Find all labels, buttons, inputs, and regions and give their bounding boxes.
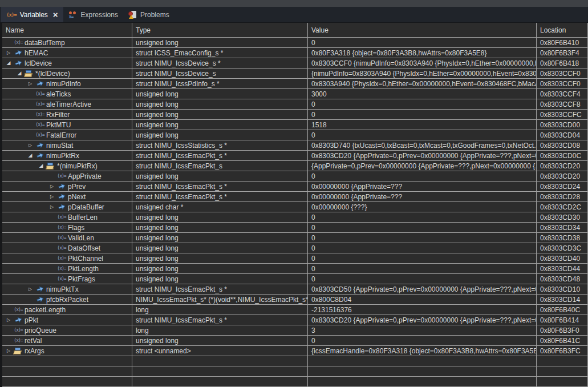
variable-row[interactable]: ▷ rxArgs struct <unnamed> {icssEmacHandl… [2,346,588,356]
variable-name-cell[interactable]: ▷ pNext [2,192,132,201]
variable-row[interactable]: ▷ pNext struct NIMU_IcssEmacPkt_s * 0x00… [2,192,588,202]
variable-name-cell[interactable] [2,366,132,376]
variable-row[interactable]: (x)= packetLength long -2131516376 0x80F… [2,305,588,315]
tab-problems[interactable]: Problems [123,7,175,22]
variable-value[interactable]: 0 [308,99,537,109]
variable-value[interactable]: 0 [308,336,537,345]
variable-name-cell[interactable]: ◢ lclDevice [2,58,132,68]
variable-value[interactable]: {icssEmacHandle=0x80F3A318 {object=0x80F… [308,346,537,356]
variable-row[interactable]: ◢ *(nimuPktRx) struct NIMU_IcssEmacPkt_s… [2,161,588,171]
variable-row[interactable]: (x)= RxFilter unsigned long 0 0x8303CCFC [2,110,588,120]
variable-value[interactable]: 0x800C8D04 [308,295,537,304]
variable-value[interactable]: 0 [308,264,537,273]
tree-expander-icon[interactable]: ◢ [26,153,35,158]
variable-value[interactable]: 0 [308,243,537,253]
variable-name-cell[interactable]: (x)= aleTimerActive [2,99,132,109]
variable-value[interactable]: 1518 [308,120,537,130]
empty-row[interactable] [2,366,588,377]
variable-value[interactable]: {AppPrivate=0,pPrev=0x00000000 {AppPriva… [308,161,537,171]
variable-row[interactable]: (x)= PktLength unsigned long 0 0x8303CD4… [2,264,588,274]
variable-row[interactable]: (x)= PktChannel unsigned long 0 0x8303CD… [2,253,588,264]
variable-value[interactable]: 0x8303A940 {PhysIdx=0,hEther=0x00000000,… [308,79,537,88]
variable-row[interactable]: (x)= aleTicks unsigned long 3000 0x8303C… [2,89,588,99]
variable-row[interactable]: ▷ nimuPdInfo struct NIMU_IcssPdInfo_s * … [2,79,588,89]
variable-row[interactable]: ◢ lclDevice struct NIMU_IcssDevice_s * 0… [2,58,588,68]
variable-row[interactable]: (x)= PktMTU unsigned long 1518 0x8303CD0… [2,120,588,130]
variable-value[interactable]: 0 [308,233,537,243]
tree-expander-icon[interactable]: ▷ [47,184,56,189]
variable-value[interactable]: -2131516376 [308,305,537,315]
variable-row[interactable]: pfcbRxPacket NIMU_IcssEmacPkt_s* (*)(voi… [2,295,588,305]
variable-value[interactable]: 0x8303CD20 {AppPrivate=0,pPrev=0x0000000… [308,315,537,325]
tree-expander-icon[interactable]: ◢ [4,61,13,66]
variable-name-cell[interactable]: (x)= PktChannel [2,253,132,263]
tab-variables[interactable]: (x)= Variables × [1,7,63,22]
variable-value[interactable] [308,356,537,366]
variable-value[interactable]: 0 [308,110,537,119]
empty-row[interactable] [2,356,588,366]
empty-row[interactable] [2,377,588,387]
variable-value[interactable]: 0x8303CCF0 {nimuPdInfo=0x8303A940 {PhysI… [308,58,537,68]
variable-value[interactable]: 0x00000000 {???} [308,202,537,212]
close-tab-icon[interactable]: × [53,10,58,19]
variable-value[interactable]: 0x8303CD50 {AppPrivate=0,pPrev=0x0000000… [308,284,537,294]
variable-row[interactable]: ▷ nimuPktTx struct NIMU_IcssEmacPkt_s * … [2,284,588,295]
tab-expressions[interactable]: x= Expressions [63,7,123,22]
variable-name-cell[interactable]: (x)= PktLength [2,264,132,273]
variable-value[interactable]: 3 [308,325,537,335]
variable-name-cell[interactable]: ▷ nimuPdInfo [2,79,132,88]
column-header-name[interactable]: Name [2,23,132,37]
variable-row[interactable]: ▷ pDataBuffer unsigned char * 0x00000000… [2,202,588,212]
variable-row[interactable]: (x)= prioQueue long 3 0x80F6B3F0 [2,325,588,336]
variable-value[interactable]: 0 [308,171,537,181]
variable-name-cell[interactable]: pfcbRxPacket [2,295,132,304]
variable-name-cell[interactable]: ▷ nimuPktTx [2,284,132,294]
variable-value[interactable]: 0x8303D740 {txUcast=0,txBcast=0,txMcast=… [308,140,537,150]
variable-value[interactable]: 0 [308,130,537,140]
variable-row[interactable]: ▷ pPrev struct NIMU_IcssEmacPkt_s * 0x00… [2,182,588,192]
variable-row[interactable]: ▷ pPkt struct NIMU_IcssEmacPkt_s * 0x830… [2,315,588,325]
tree-expander-icon[interactable]: ▷ [47,195,56,199]
variable-name-cell[interactable]: (x)= RxFilter [2,110,132,119]
variable-name-cell[interactable]: ▷ pPrev [2,182,132,191]
variable-row[interactable]: ◢ nimuPktRx struct NIMU_IcssEmacPkt_s * … [2,151,588,161]
tree-expander-icon[interactable]: ▷ [4,51,13,55]
variable-value[interactable]: 0 [308,212,537,222]
variable-value[interactable]: 0x8303CD20 {AppPrivate=0,pPrev=0x0000000… [308,151,537,160]
variable-name-cell[interactable]: ▷ rxArgs [2,346,132,356]
variable-name-cell[interactable]: (x)= BufferLen [2,212,132,222]
variable-name-cell[interactable]: (x)= dataBufTemp [2,38,132,47]
variable-name-cell[interactable]: (x)= PktFrags [2,274,132,284]
variable-name-cell[interactable]: ◢ nimuPktRx [2,151,132,160]
variable-value[interactable]: {nimuPdInfo=0x8303A940 {PhysIdx=0,hEther… [308,68,537,78]
variable-value[interactable]: 0 [308,274,537,284]
variable-name-cell[interactable]: (x)= DataOffset [2,243,132,253]
variable-row[interactable]: (x)= DataOffset unsigned long 0 0x8303CD… [2,243,588,253]
variable-value[interactable]: 0x00000000 {AppPrivate=??? [308,192,537,201]
variable-name-cell[interactable] [2,377,132,386]
variable-name-cell[interactable]: ◢ *(nimuPktRx) [2,161,132,171]
variable-name-cell[interactable]: (x)= Flags [2,223,132,232]
tree-expander-icon[interactable]: ▷ [26,143,35,148]
variable-row[interactable]: (x)= aleTimerActive unsigned long 0 0x83… [2,99,588,110]
variable-value[interactable]: 0x80F3A318 {object=0x80F3A3B8,hwAttrs=0x… [308,48,537,58]
variable-name-cell[interactable] [2,356,132,366]
variable-name-cell[interactable]: (x)= packetLength [2,305,132,315]
variable-row[interactable]: (x)= AppPrivate unsigned long 0 0x8303CD… [2,171,588,182]
variable-value[interactable]: 0 [308,253,537,263]
tree-expander-icon[interactable]: ▷ [4,318,13,322]
variable-row[interactable]: (x)= dataBufTemp unsigned long 0 0x80F6B… [2,38,588,48]
variable-name-cell[interactable]: (x)= ValidLen [2,233,132,243]
variable-value[interactable] [308,366,537,376]
variable-value[interactable] [308,377,537,386]
variable-name-cell[interactable]: ▷ hEMAC [2,48,132,58]
column-header-value[interactable]: Value [308,23,537,37]
variable-row[interactable]: (x)= retVal unsigned long 0 0x80F6B41C [2,336,588,346]
column-header-location[interactable]: Location [537,23,588,37]
variable-value[interactable]: 0x00000000 {AppPrivate=??? [308,182,537,191]
variable-name-cell[interactable]: (x)= AppPrivate [2,171,132,181]
variable-value[interactable]: 0 [308,223,537,232]
tree-expander-icon[interactable]: ◢ [15,71,24,76]
variable-row[interactable]: ◢ *(lclDevice) struct NIMU_IcssDevice_s … [2,68,588,79]
variable-name-cell[interactable]: ◢ *(lclDevice) [2,68,132,78]
